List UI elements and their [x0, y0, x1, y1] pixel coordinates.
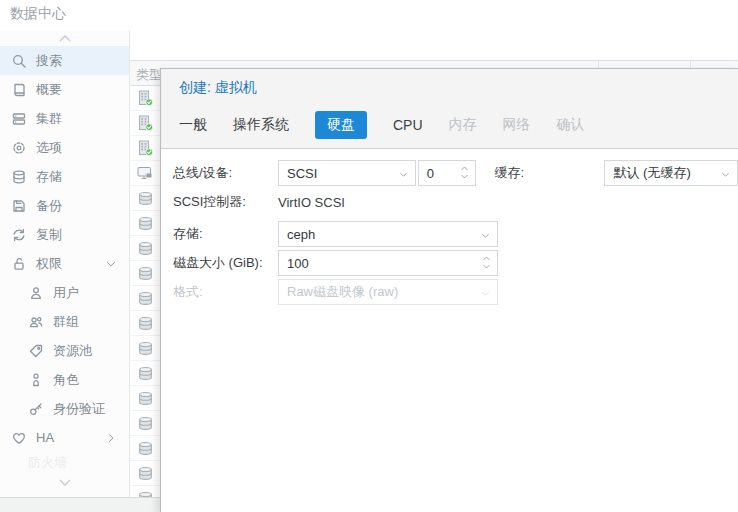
sidebar-item-storage[interactable]: 存储: [0, 162, 129, 191]
sidebar-item-label: 角色: [53, 371, 79, 389]
chevron-down-icon[interactable]: [105, 258, 117, 270]
scsi-controller-row: SCSI控制器: VirtIO SCSI: [173, 192, 738, 212]
table-row[interactable]: [130, 386, 161, 411]
chevron-down-icon: [58, 478, 72, 487]
sidebar-item-replication[interactable]: 复制: [0, 220, 129, 249]
storage-icon: [137, 340, 154, 357]
spinner-up-icon[interactable]: [481, 254, 492, 262]
chevron-down-icon: [480, 288, 491, 299]
table-row[interactable]: [130, 211, 161, 236]
sidebar-item-label: 资源池: [53, 342, 92, 360]
sidebar-item-search[interactable]: 搜索: [0, 46, 129, 75]
tab-os[interactable]: 操作系统: [233, 111, 289, 139]
table-row[interactable]: [130, 411, 161, 436]
table-row[interactable]: [130, 86, 161, 111]
table-row[interactable]: [130, 336, 161, 361]
sidebar-item-firewall[interactable]: 防火墙: [0, 452, 129, 474]
sidebar-item-label: 防火墙: [28, 454, 67, 472]
sidebar-item-backup[interactable]: 备份: [0, 191, 129, 220]
storage-icon: [137, 415, 154, 432]
proxmox-app: 数据中心 类型: [0, 0, 738, 512]
sidebar-item-label: 存储: [36, 168, 62, 186]
tab-confirm: 确认: [557, 111, 585, 139]
tag-icon: [28, 343, 44, 359]
sidebar-item-options[interactable]: 选项: [0, 133, 129, 162]
disk-size-spinner[interactable]: 100: [278, 250, 498, 276]
chevron-up-icon: [58, 34, 72, 43]
cache-label: 缓存:: [494, 164, 604, 182]
node-icon: [136, 89, 154, 107]
sidebar-item-summary[interactable]: 概要: [0, 75, 129, 104]
table-row[interactable]: [130, 236, 161, 261]
dialog-body: 总线/设备: SCSI 0 缓存: 默认 (无缓存): [161, 149, 738, 305]
tab-memory: 内存: [449, 111, 477, 139]
resource-rows: [130, 86, 161, 511]
replication-icon: [11, 227, 27, 243]
storage-icon: [11, 169, 27, 185]
table-row[interactable]: [130, 186, 161, 211]
spinner-down-icon[interactable]: [459, 173, 470, 181]
type-column-header: 类型: [136, 66, 162, 84]
datacenter-sidebar: 搜索 概要 集群 选项 存储 备份 复制 权限: [0, 30, 130, 512]
table-row[interactable]: [130, 136, 161, 161]
table-row[interactable]: [130, 111, 161, 136]
storage-icon: [137, 290, 154, 307]
format-row: 格式: Raw磁盘映像 (raw): [173, 279, 738, 305]
sidebar-item-users[interactable]: 用户: [0, 278, 129, 307]
spinner-down-icon[interactable]: [481, 263, 492, 271]
breadcrumb-datacenter: 数据中心: [10, 5, 66, 23]
bus-device-row: 总线/设备: SCSI 0 缓存: 默认 (无缓存): [173, 160, 738, 186]
sidebar-item-cluster[interactable]: 集群: [0, 104, 129, 133]
create-vm-dialog: 创建: 虚拟机 一般 操作系统 硬盘 CPU 内存 网络 确认 总线/设备: S…: [160, 68, 738, 512]
key-icon: [28, 401, 44, 417]
table-row[interactable]: [130, 436, 161, 461]
chevron-right-icon[interactable]: [105, 432, 117, 444]
heart-icon: [11, 430, 27, 446]
scsi-controller-value: VirtIO SCSI: [278, 195, 345, 210]
table-row[interactable]: [130, 461, 161, 486]
sidebar-scroll-up[interactable]: [0, 30, 129, 46]
table-row[interactable]: [130, 311, 161, 336]
format-select-value: Raw磁盘映像 (raw): [287, 283, 398, 301]
sidebar-item-label: HA: [36, 430, 54, 445]
storage-icon: [137, 390, 154, 407]
tab-cpu[interactable]: CPU: [393, 112, 423, 138]
sidebar-scroll-down[interactable]: [0, 474, 129, 490]
tab-hard-disk[interactable]: 硬盘: [315, 111, 367, 139]
bus-number-spinner[interactable]: 0: [418, 160, 477, 186]
cache-select[interactable]: 默认 (无缓存): [604, 160, 738, 186]
spinner-up-icon[interactable]: [459, 164, 470, 172]
scsi-controller-label: SCSI控制器:: [173, 193, 278, 211]
sidebar-item-groups[interactable]: 群组: [0, 307, 129, 336]
sidebar-item-permissions[interactable]: 权限: [0, 249, 129, 278]
sidebar-item-label: 群组: [53, 313, 79, 331]
storage-row: 存储: ceph: [173, 221, 738, 247]
sidebar-item-roles[interactable]: 角色: [0, 365, 129, 394]
storage-icon: [137, 215, 154, 232]
tab-network: 网络: [503, 111, 531, 139]
disk-size-value: 100: [287, 256, 309, 271]
sidebar-item-ha[interactable]: HA: [0, 423, 129, 452]
cache-select-value: 默认 (无缓存): [613, 164, 690, 182]
sidebar-item-pools[interactable]: 资源池: [0, 336, 129, 365]
node-icon: [136, 139, 154, 157]
storage-select[interactable]: ceph: [278, 221, 498, 247]
sidebar-item-label: 复制: [36, 226, 62, 244]
table-row[interactable]: [130, 286, 161, 311]
tab-general[interactable]: 一般: [179, 111, 207, 139]
cluster-icon: [11, 111, 27, 127]
table-row[interactable]: [130, 361, 161, 386]
bus-select-value: SCSI: [287, 166, 317, 181]
bus-select[interactable]: SCSI: [278, 160, 416, 186]
chevron-down-icon: [480, 230, 491, 241]
sidebar-item-label: 备份: [36, 197, 62, 215]
table-row[interactable]: [130, 261, 161, 286]
backup-floppy-icon: [11, 198, 27, 214]
sidebar-item-authentication[interactable]: 身份验证: [0, 394, 129, 423]
sidebar-item-label: 用户: [53, 284, 79, 302]
bus-number-value: 0: [427, 166, 434, 181]
chevron-down-icon: [398, 169, 409, 180]
search-icon: [11, 53, 27, 69]
table-row[interactable]: [130, 161, 161, 186]
top-bar: 数据中心: [0, 0, 738, 30]
